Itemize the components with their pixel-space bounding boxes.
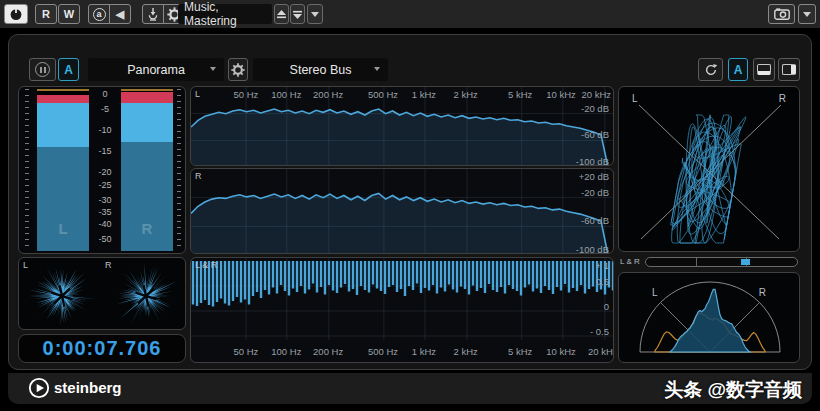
spectral-bars-panel: L & R 50 Hz100 Hz200 Hz500 Hz1 kHz2 kHz5… [190,257,614,363]
spectral-bar [264,261,266,290]
spectral-bar [564,261,566,284]
spectral-bar [572,261,574,288]
panorama-display [619,273,800,363]
level-segment [37,103,89,148]
spectral-bar [396,261,398,292]
chevron-up-icon [277,10,286,19]
spectral-bar [516,261,518,291]
spectral-bar [236,261,238,297]
pause-icon [35,62,50,77]
spectral-bar [304,261,306,294]
window-menu-button[interactable] [798,4,816,24]
panorama-blue-shape [670,289,750,352]
correlation-indicator [741,259,750,265]
spectral-bar [436,261,438,294]
spectral-bar [284,261,286,291]
spectral-bar [532,261,534,292]
level-segment [121,103,173,143]
preset-menu-button[interactable] [307,4,323,24]
spectrum-right-channel-label: R [195,171,202,181]
camera-icon [774,8,790,20]
meter-scale-label: -15 [89,146,121,156]
time-display: 0:00:07.706 [18,334,186,363]
spectral-bar [608,261,610,288]
level-meter-panel: L R 0-5-10-15-20-25-30-35-40-50 [18,86,186,254]
spectral-bar [460,261,462,287]
meter-tick-column [177,89,181,251]
spectral-bar [336,261,338,293]
ab-compare-button[interactable]: A [58,58,79,81]
spectral-bar [496,261,498,292]
spectral-bar [248,261,250,305]
pause-button[interactable] [29,58,56,81]
preset-next-button[interactable] [290,4,305,24]
steinberg-logo-icon [28,377,50,399]
spectral-bar [288,261,290,296]
spectral-bar [368,261,370,293]
spectral-bar [376,261,378,289]
write-automation-button[interactable]: W [58,4,80,24]
spectrum-right-curve [191,169,614,254]
spectral-bar [524,261,526,288]
meter-tick-column [25,89,29,251]
spectral-bar [408,261,410,286]
spectral-bar [316,261,318,293]
chevron-down-icon [293,10,302,19]
read-automation-button[interactable]: R [35,4,57,24]
correlation-label: L & R [620,257,640,266]
spectral-bar [448,261,450,285]
phase-scope-panel: L R [618,86,800,252]
footer-bar: steinberg 头条 @数字音频 [8,373,812,404]
module-settings-button[interactable] [228,58,248,81]
spectral-bar [568,261,570,293]
spectral-bar [424,261,426,288]
meter-scale-label: -35 [89,207,121,217]
spectral-bar [268,261,270,295]
meter-scale-label: -20 [89,167,121,177]
spectral-bar [472,261,474,286]
preset-field[interactable]: Music, Mastering [178,4,272,24]
meter-channel-label: L [37,220,89,237]
spectral-bar [240,261,242,303]
spectral-bar [512,261,514,289]
spectrum-right-panel: R +20 dB-20 dB-60 dB-100 dB [190,168,614,254]
spectral-bars-chart [191,258,614,363]
spectral-bar [444,261,446,292]
spectral-bar [272,261,274,288]
clip-segment [121,92,173,103]
spectral-bar [592,261,594,287]
gear-icon [231,63,245,77]
ab-compare-right-button[interactable]: A [728,58,748,81]
meter-scale-label: -5 [89,104,121,114]
meter-scale-label: -10 [89,125,121,135]
spectral-bar [244,261,246,300]
preset-previous-button[interactable] [274,4,289,24]
layout-vertical-split-button[interactable] [778,58,800,81]
layout-horizontal-split-button[interactable] [753,58,775,81]
module-select[interactable]: Panorama [88,58,224,81]
spectral-bar [580,261,582,285]
bypass-button[interactable] [142,4,164,24]
meter-scale-label: -25 [89,180,121,190]
spectral-bar [360,261,362,286]
spectral-bar [584,261,586,294]
spectrum-left-curve [191,87,614,166]
activate-button[interactable] [4,4,28,24]
reset-button[interactable] [698,58,723,81]
source-select[interactable]: Stereo Bus [253,58,388,81]
wave-scope-panel: L R [18,257,186,330]
caret-down-icon [803,12,811,17]
spectral-bar [552,261,554,294]
layout-horizontal-icon [757,64,771,75]
spectral-bar [308,261,310,290]
caret-down-icon [374,67,380,71]
meter-channel-label: R [121,220,173,237]
spectral-bar [492,261,494,290]
spectral-bar [596,261,598,292]
spectral-bar [488,261,490,284]
arrow-left-button[interactable]: ◀ [109,4,131,24]
automation-button[interactable]: a [88,4,110,24]
spectral-bar [372,261,374,285]
spectral-bar [232,261,234,301]
snapshot-button[interactable] [768,4,795,24]
